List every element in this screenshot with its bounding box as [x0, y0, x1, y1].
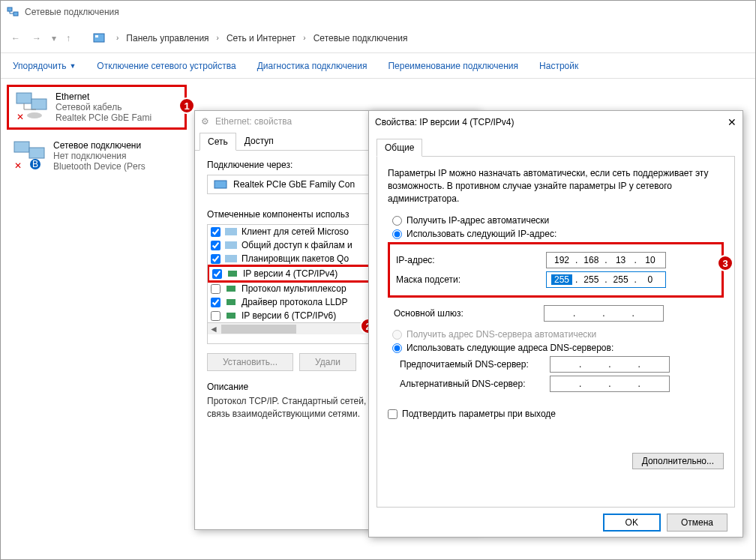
forward-button[interactable]: →: [28, 29, 46, 47]
component-icon: [225, 240, 237, 250]
breadcrumb[interactable]: › Панель управления › Сеть и Интернет › …: [92, 31, 410, 45]
gear-icon: ⚙: [201, 116, 209, 127]
connection-status: Нет подключения: [53, 151, 146, 161]
install-button[interactable]: Установить...: [207, 353, 293, 371]
component-checkbox[interactable]: [211, 254, 220, 264]
bluetooth-connection-icon: ✕B: [11, 140, 47, 170]
protocol-icon: [225, 310, 237, 321]
component-checkbox[interactable]: [211, 284, 220, 294]
uninstall-button[interactable]: Удали: [299, 353, 356, 371]
dialog-title: Ethernet: свойства: [215, 116, 292, 127]
connection-item-bluetooth[interactable]: ✕B Сетевое подключени Нет подключения Bl…: [7, 136, 187, 176]
chevron-right-icon: ›: [303, 34, 305, 42]
protocol-icon: [225, 283, 237, 294]
control-panel-icon: [92, 31, 106, 45]
connection-name: Ethernet: [56, 91, 152, 102]
svg-rect-16: [225, 255, 237, 262]
scrollbar-thumb[interactable]: [221, 325, 296, 334]
component-checkbox[interactable]: [211, 298, 220, 307]
subnet-mask-input[interactable]: 255.255.255.0: [546, 271, 666, 288]
connection-device: Realtek PCIe GbE Fami: [56, 112, 152, 123]
protocol-icon: [225, 297, 237, 307]
ethernet-icon: ✕: [14, 91, 50, 121]
component-checkbox[interactable]: [212, 269, 222, 279]
svg-rect-15: [225, 241, 237, 249]
cancel-button[interactable]: Отмена: [667, 514, 728, 532]
breadcrumb-item[interactable]: Сетевые подключения: [314, 33, 408, 43]
svg-rect-14: [225, 228, 237, 235]
protocol-icon: [226, 268, 238, 279]
ip-address-label: IP-адрес:: [396, 255, 546, 265]
dialog-titlebar: Свойства: IP версии 4 (TCP/IPv4) ✕: [369, 111, 742, 133]
alternate-dns-input[interactable]: ...: [550, 376, 670, 392]
connection-status: Сетевой кабель: [56, 102, 152, 112]
subnet-mask-label: Маска подсети:: [396, 274, 546, 285]
svg-rect-18: [226, 286, 236, 292]
svg-rect-5: [32, 99, 46, 109]
breadcrumb-item[interactable]: Панель управления: [126, 33, 208, 43]
radio-auto-dns: Получить адрес DNS-сервера автоматически: [392, 329, 724, 340]
command-toolbar: Упорядочить▼ Отключение сетевого устройс…: [1, 53, 755, 79]
adapter-name: Realtek PCIe GbE Family Con: [233, 179, 355, 190]
tab-sharing[interactable]: Доступ: [236, 132, 282, 150]
preferred-dns-label: Предпочитаемый DNS-сервер:: [400, 359, 550, 370]
radio-auto-ip[interactable]: Получить IP-адрес автоматически: [392, 215, 724, 226]
breadcrumb-item[interactable]: Сеть и Интернет: [226, 33, 296, 43]
window-titlebar: Сетевые подключения: [1, 1, 755, 23]
radio-input: [392, 330, 402, 340]
disable-device-button[interactable]: Отключение сетевого устройства: [97, 61, 236, 71]
ip-address-input[interactable]: 192.168.13.10: [546, 252, 666, 268]
chevron-down-icon: ▼: [69, 62, 76, 70]
svg-text:✕: ✕: [14, 160, 22, 170]
validate-on-exit-checkbox[interactable]: Подтвердить параметры при выходе: [388, 409, 724, 419]
svg-rect-17: [228, 271, 237, 277]
ip-settings-group: IP-адрес: 192.168.13.10 Маска подсети: 2…: [388, 242, 724, 298]
step-badge-1: 1: [178, 97, 195, 114]
radio-manual-ip[interactable]: Использовать следующий IP-адрес:: [392, 229, 724, 239]
component-checkbox[interactable]: [211, 227, 220, 237]
tab-network[interactable]: Сеть: [200, 133, 236, 151]
svg-rect-1: [14, 12, 18, 16]
settings-button[interactable]: Настройк: [539, 61, 578, 71]
navigation-bar: ← → ▾ ↑ › Панель управления › Сеть и Инт…: [1, 23, 755, 53]
network-connections-icon: [7, 6, 19, 18]
component-checkbox[interactable]: [211, 311, 220, 321]
back-button[interactable]: ←: [7, 29, 25, 47]
dialog-title: Свойства: IP версии 4 (TCP/IPv4): [375, 117, 514, 127]
close-icon[interactable]: ✕: [728, 116, 736, 128]
window-title: Сетевые подключения: [25, 7, 119, 17]
ok-button[interactable]: OK: [603, 514, 661, 532]
component-icon: [225, 253, 237, 264]
step-badge-3: 3: [717, 255, 734, 271]
preferred-dns-input[interactable]: ...: [550, 356, 670, 373]
gateway-input[interactable]: ...: [544, 305, 664, 322]
up-button[interactable]: ↑: [59, 29, 77, 47]
nic-icon: [214, 179, 227, 190]
radio-input[interactable]: [392, 343, 402, 353]
scroll-left-icon[interactable]: ◄: [208, 324, 220, 334]
svg-rect-19: [226, 299, 236, 305]
advanced-button[interactable]: Дополнительно...: [632, 453, 724, 469]
intro-text: Параметры IP можно назначать автоматичес…: [388, 167, 724, 205]
rename-button[interactable]: Переименование подключения: [388, 61, 518, 71]
svg-rect-20: [226, 313, 236, 319]
radio-manual-dns[interactable]: Использовать следующие адреса DNS-сервер…: [392, 343, 724, 353]
svg-rect-8: [14, 142, 29, 152]
connection-device: Bluetooth Device (Pers: [53, 161, 146, 172]
svg-rect-9: [29, 148, 44, 158]
gateway-label: Основной шлюз:: [394, 308, 544, 319]
connection-item-ethernet[interactable]: ✕ Ethernet Сетевой кабель Realtek PCIe G…: [7, 85, 187, 130]
organize-menu[interactable]: Упорядочить▼: [13, 61, 76, 71]
diagnose-button[interactable]: Диагностика подключения: [257, 61, 368, 71]
svg-text:✕: ✕: [16, 112, 24, 121]
ipv4-properties-dialog: Свойства: IP версии 4 (TCP/IPv4) ✕ Общие…: [368, 110, 743, 538]
tab-general[interactable]: Общие: [376, 139, 422, 157]
radio-input[interactable]: [392, 229, 402, 239]
svg-rect-2: [94, 34, 104, 42]
nav-separator: ▾: [52, 33, 56, 43]
chevron-right-icon: ›: [217, 34, 219, 42]
svg-point-7: [27, 112, 42, 118]
radio-input[interactable]: [392, 216, 402, 226]
checkbox-input[interactable]: [388, 409, 398, 419]
component-checkbox[interactable]: [211, 241, 220, 250]
